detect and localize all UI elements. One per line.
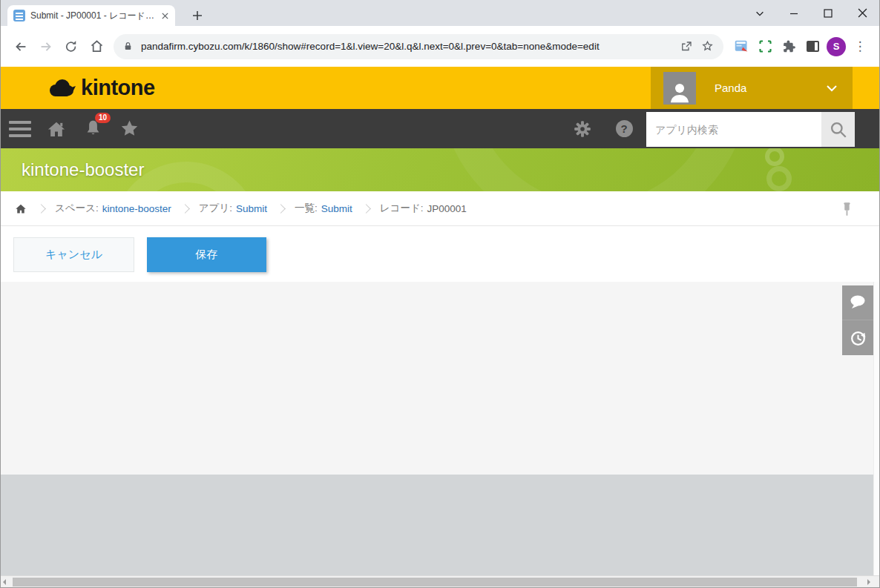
user-menu[interactable]: Panda: [651, 67, 853, 109]
minimize-button[interactable]: [777, 0, 811, 26]
breadcrumb-label: 一覧:: [295, 202, 318, 215]
browser-window: Submit - JP00001 - レコードの詳細: [0, 0, 880, 588]
decor-ring: [766, 166, 792, 191]
extension-icon-blue[interactable]: [729, 35, 753, 59]
breadcrumb-current-record: JP00001: [427, 203, 467, 214]
app-toolbar: 10 ?: [1, 109, 879, 148]
decor-ring: [439, 148, 750, 191]
side-panel-icon[interactable]: [801, 35, 824, 59]
share-icon[interactable]: [680, 40, 693, 53]
extension-icon-green-brackets[interactable]: [753, 35, 777, 59]
comments-button[interactable]: [842, 285, 873, 320]
save-button[interactable]: 保存: [147, 237, 266, 272]
forward-button[interactable]: [33, 34, 59, 59]
url-text[interactable]: pandafirm.cybozu.com/k/1860/show#record=…: [141, 41, 672, 52]
page-background: [1, 475, 879, 575]
comment-icon: [847, 293, 868, 312]
back-button[interactable]: [8, 34, 33, 59]
cancel-button[interactable]: キャンセル: [13, 237, 134, 272]
breadcrumb-separator-icon: [36, 204, 46, 214]
history-button[interactable]: [842, 320, 873, 355]
home-button[interactable]: [84, 34, 109, 59]
breadcrumb-home-icon[interactable]: [14, 202, 27, 215]
new-tab-button[interactable]: [188, 6, 207, 25]
notification-badge: 10: [95, 113, 111, 123]
vertical-scrollbar[interactable]: [873, 282, 879, 575]
decor-ring: [765, 148, 784, 166]
maximize-button[interactable]: [811, 0, 845, 26]
breadcrumb-label: アプリ:: [199, 202, 232, 215]
user-name: Panda: [715, 82, 746, 94]
browser-tab[interactable]: Submit - JP00001 - レコードの詳細: [7, 5, 175, 26]
cloud-icon: [47, 78, 76, 99]
portal-home-icon[interactable]: [45, 116, 68, 142]
url-bar[interactable]: pandafirm.cybozu.com/k/1860/show#record=…: [114, 34, 723, 59]
breadcrumb-separator-icon: [180, 204, 190, 214]
breadcrumb: スペース: kintone-booster アプリ: Submit 一覧: Su…: [1, 191, 879, 226]
search-icon: [829, 120, 848, 139]
notifications-bell-icon[interactable]: 10: [81, 116, 105, 142]
kintone-header: kintone Panda: [1, 67, 879, 109]
tab-title: Submit - JP00001 - レコードの詳細: [30, 10, 156, 22]
space-banner: kintone-booster: [1, 148, 879, 191]
help-icon[interactable]: ?: [612, 116, 636, 142]
logo-text: kintone: [81, 76, 155, 100]
breadcrumb-separator-icon: [361, 204, 371, 214]
window-titlebar: Submit - JP00001 - レコードの詳細: [1, 0, 879, 26]
app-search-box: [646, 112, 855, 147]
scrollbar-thumb[interactable]: [13, 578, 857, 587]
horizontal-scrollbar[interactable]: [1, 575, 879, 588]
record-form: ID Area* JP US FR Name Salesperson: [1, 282, 879, 475]
favorites-star-icon[interactable]: [117, 116, 141, 142]
history-icon: [848, 328, 868, 348]
kintone-favicon-icon: [13, 10, 25, 22]
breadcrumb-label: レコード:: [380, 202, 424, 215]
chevron-down-icon: [826, 85, 838, 92]
close-button[interactable]: [845, 0, 879, 26]
settings-gear-icon[interactable]: [571, 116, 594, 142]
app-search-button[interactable]: [821, 112, 855, 147]
space-title[interactable]: kintone-booster: [22, 148, 144, 191]
browser-menu-icon[interactable]: ⋮: [848, 35, 872, 59]
record-action-bar: キャンセル 保存: [1, 227, 879, 282]
breadcrumb-label: スペース:: [55, 202, 99, 215]
app-search-input[interactable]: [646, 112, 821, 147]
menu-hamburger-icon[interactable]: [8, 116, 32, 142]
lock-icon: [122, 41, 134, 52]
breadcrumb-link-space[interactable]: kintone-booster: [102, 203, 171, 214]
side-tools: [842, 285, 873, 355]
browser-toolbar: pandafirm.cybozu.com/k/1860/show#record=…: [1, 26, 879, 67]
tab-search-chevron-icon[interactable]: [743, 0, 777, 26]
reload-button[interactable]: [59, 34, 84, 59]
pin-icon[interactable]: [836, 199, 857, 219]
profile-avatar[interactable]: S: [824, 35, 848, 59]
scroll-left-icon[interactable]: [3, 579, 6, 585]
breadcrumb-link-view[interactable]: Submit: [321, 203, 352, 214]
scroll-right-icon[interactable]: [867, 579, 870, 585]
extensions-puzzle-icon[interactable]: [777, 35, 801, 59]
breadcrumb-separator-icon: [276, 204, 286, 214]
window-controls: [743, 0, 879, 26]
breadcrumb-link-app[interactable]: Submit: [236, 203, 267, 214]
tab-close-icon[interactable]: [161, 12, 169, 20]
bookmark-star-icon[interactable]: [700, 39, 715, 53]
kintone-logo[interactable]: kintone: [47, 67, 155, 109]
user-avatar: [663, 72, 696, 105]
